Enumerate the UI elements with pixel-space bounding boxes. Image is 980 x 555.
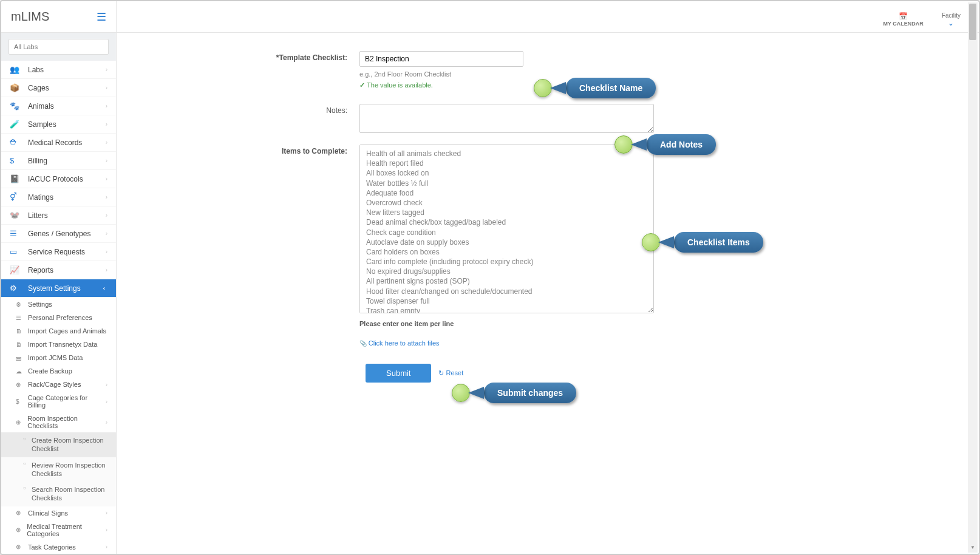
subnav-icon: 🗎 [16,341,24,348]
nav-icon: 📦 [10,83,21,92]
nav-icon: 📓 [10,174,21,183]
subnav-icon: ⊕ [16,543,24,550]
content-area: *Template Checklist: e.g., 2nd Floor Roo… [117,33,979,554]
subsub-item-search-room-inspection-checklists[interactable]: Search Room Inspection Checklists [1,482,116,506]
facility-dropdown[interactable]: Facility ⌄ [942,12,961,27]
subnav-label: Import Transnetyx Data [28,341,97,348]
nav-item-system-settings[interactable]: ⚙System Settings⌄ [1,279,116,298]
submit-button[interactable]: Submit [366,364,431,383]
subnav-icon: ⊕ [16,381,24,388]
chevron-right-icon: › [106,267,107,273]
app-root: mLIMS ☰ 👥Labs›📦Cages›🐾Animals›🧪Samples›⛑… [1,1,979,554]
nav-item-reports[interactable]: 📈Reports› [1,261,116,279]
chevron-right-icon: › [106,194,107,200]
subnav-item-import-cages-and-animals[interactable]: 🗎Import Cages and Animals [1,324,116,338]
subnav-item-import-transnetyx-data[interactable]: 🗎Import Transnetyx Data [1,338,116,351]
nav-label: Service Requests [28,248,85,256]
label-items: Items to Complete: [117,145,359,155]
nav-item-animals[interactable]: 🐾Animals› [1,97,116,115]
subnav-item-personal-preferences[interactable]: ☰Personal Preferences [1,311,116,324]
nav-item-iacuc-protocols[interactable]: 📓IACUC Protocols› [1,170,116,188]
subnav-label: Room Inspection Checklists [27,415,105,429]
subnav-item-rack-cage-styles[interactable]: ⊕Rack/Cage Styles› [1,378,116,391]
nav-label: Cages [28,84,49,92]
nav-icon: 🧪 [10,120,21,129]
subsub-item-review-room-inspection-checklists[interactable]: Review Room Inspection Checklists [1,457,116,482]
template-checklist-input[interactable] [359,51,523,67]
subnav-item-task-categories[interactable]: ⊕Task Categories› [1,540,116,554]
facility-label: Facility [942,12,961,19]
nav-icon: ☰ [10,229,21,238]
lab-search-input[interactable] [9,39,109,55]
vertical-scrollbar[interactable]: ▼ [968,2,978,553]
subnav-item-clinical-signs[interactable]: ⊕Clinical Signs› [1,506,116,520]
subnav-item-create-backup[interactable]: ☁Create Backup [1,364,116,378]
nav-label: Matings [28,193,53,202]
nav-item-service-requests[interactable]: ▭Service Requests› [1,243,116,261]
subsubnav: Create Room Inspection ChecklistReview R… [1,432,116,506]
subnav-label: Create Backup [28,367,72,375]
subnav-item-cage-categories-for-billing[interactable]: $Cage Categories for Billing› [1,391,116,412]
nav-label: Reports [28,266,53,274]
subsub-item-create-room-inspection-checklist[interactable]: Create Room Inspection Checklist [1,432,116,457]
subnav-icon: ⊕ [16,509,24,516]
top-bar: 📅 MY CALENDAR Facility ⌄ [117,1,979,33]
scroll-down-icon[interactable]: ▼ [968,543,978,553]
subnav-item-settings[interactable]: ⚙Settings [1,298,116,311]
chevron-right-icon: › [106,230,107,237]
row-items: Items to Complete: Please enter one item… [117,145,979,383]
nav-icon: 🐾 [10,101,21,111]
nav-item-medical-records[interactable]: ⛑Medical Records› [1,134,116,152]
my-calendar-link[interactable]: 📅 MY CALENDAR [883,12,924,27]
field-template-checklist: e.g., 2nd Floor Room Checklist The value… [359,51,657,89]
nav-item-genes-genotypes[interactable]: ☰Genes / Genotypes› [1,225,116,243]
subnav-label: Clinical Signs [28,509,68,517]
nav-label: Samples [28,120,56,129]
attach-files-link[interactable]: Click here to attach files [359,339,657,347]
chevron-right-icon: › [106,398,107,405]
chevron-right-icon: › [106,509,107,516]
nav-icon: ⚙ [10,284,21,293]
reset-button[interactable]: Reset [438,369,463,377]
subnav-icon: 🖴 [16,355,24,361]
nav-label: Billing [28,157,47,165]
form-actions: Submit Reset [359,364,657,383]
subnav-item-room-inspection-checklists[interactable]: ⊕Room Inspection Checklists› [1,412,116,432]
callout-tail-icon [468,387,484,399]
scrollbar-thumb[interactable] [969,4,976,40]
nav-item-matings[interactable]: ⚥Matings› [1,188,116,206]
label-notes: Notes: [117,104,359,115]
chevron-right-icon: › [106,212,107,219]
nav-label: IACUC Protocols [28,175,83,183]
subnav-icon: 🗎 [16,328,24,335]
items-textarea[interactable] [359,145,654,313]
subnav-label: Settings [28,301,52,308]
nav-item-litters[interactable]: 🐭Litters› [1,206,116,225]
sidebar-header: mLIMS ☰ [1,1,116,33]
subnav-icon: ☰ [16,315,24,321]
subnav-item-import-jcms-data[interactable]: 🖴Import JCMS Data [1,351,116,364]
subnav-icon: ⊕ [16,526,23,533]
callout-bubble: Submit changes [484,383,576,403]
nav-label: Genes / Genotypes [28,230,90,238]
nav-label: Medical Records [28,138,82,147]
notes-textarea[interactable] [359,104,654,133]
chevron-right-icon: › [106,248,107,255]
subnav-label: Medical Treatment Categories [27,523,105,537]
nav-icon: 🐭 [10,211,21,220]
subnav-icon: ⚙ [16,301,24,308]
subnav-item-medical-treatment-categories[interactable]: ⊕Medical Treatment Categories› [1,520,116,540]
sidebar: mLIMS ☰ 👥Labs›📦Cages›🐾Animals›🧪Samples›⛑… [1,1,117,554]
chevron-right-icon: › [106,103,107,109]
chevron-right-icon: ⌄ [102,286,109,291]
callout-marker-icon [452,384,470,402]
callout-submit-changes: Submit changes [452,383,576,403]
nav-item-cages[interactable]: 📦Cages› [1,79,116,97]
nav-item-samples[interactable]: 🧪Samples› [1,115,116,134]
nav-item-labs[interactable]: 👥Labs› [1,61,116,79]
chevron-right-icon: › [106,139,107,146]
nav-item-billing[interactable]: $Billing› [1,152,116,170]
subnav-label: Task Categories [28,543,76,551]
menu-toggle-icon[interactable]: ☰ [97,10,106,24]
nav-icon: ⛑ [10,138,21,147]
